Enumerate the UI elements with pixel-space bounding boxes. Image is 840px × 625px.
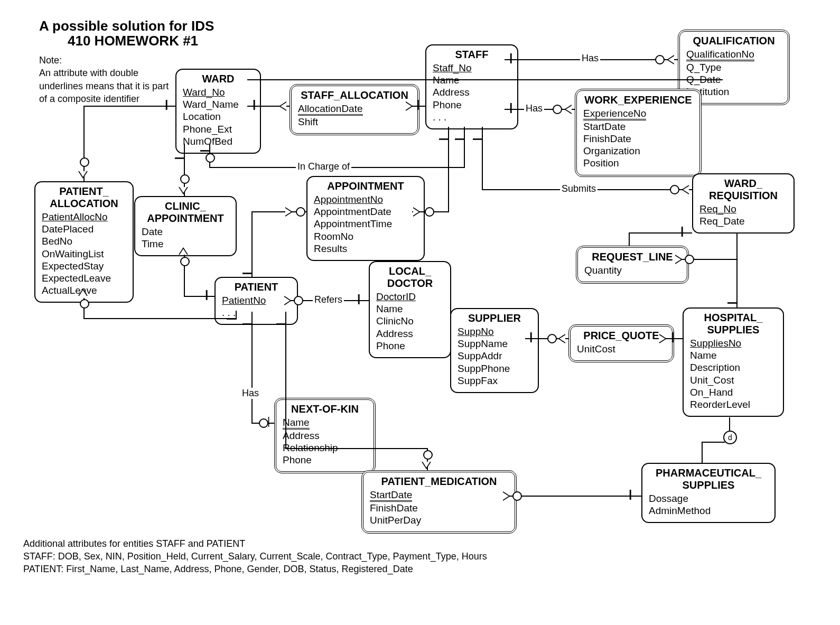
entity-supplier: SUPPLIER SuppNoSuppNameSuppAddrSuppPhone… [450, 308, 539, 393]
attribute: ExpectedLeave [42, 272, 126, 284]
entity-attrs: DoctorIDNameClinicNoAddressPhone [376, 291, 444, 352]
entity-request-line: REQUEST_LINE Quantity [576, 246, 689, 284]
entity-title: PATIENT_MEDICATION [370, 475, 508, 488]
attribute: FinishDate [370, 502, 508, 514]
entity-attrs: SuppliesNoNameDescriptionUnit_CostOn_Han… [690, 337, 777, 411]
card-mark: || [253, 98, 254, 110]
edge-patalloc-patient-h [83, 318, 237, 319]
attribute: PatientAllocNo [42, 211, 126, 223]
edge-staff-appointment [448, 127, 449, 211]
rel-label-has: Has [580, 53, 600, 64]
entity-attrs: Quantity [584, 264, 680, 276]
entity-title: QUALIFICATION [686, 35, 781, 47]
attribute: NumOfBed [183, 135, 254, 147]
attribute: AppointmentDate [314, 206, 417, 218]
attribute: ClinicNo [376, 315, 444, 327]
attribute: AdminMethod [649, 505, 768, 517]
edge-ward-patalloc-h [83, 106, 175, 107]
attribute: SuppAddr [458, 350, 531, 362]
er-diagram-canvas: A possible solution for IDS 410 HOMEWORK… [0, 0, 840, 625]
attribute: Phone_Ext [183, 123, 254, 135]
attribute: StartDate [583, 120, 693, 133]
card-mark: || [242, 272, 254, 273]
attribute: . . . [433, 111, 511, 123]
optional-icon [296, 207, 305, 217]
optional-icon [685, 255, 694, 264]
entity-attrs: UnitCost [577, 343, 666, 355]
card-mark: || [727, 301, 739, 302]
edge-disj-pharm-h [702, 442, 725, 443]
attribute: Results [314, 242, 417, 255]
entity-ward-requisition: WARD_ REQUISITION Req_NoReq_Date [692, 173, 795, 234]
attribute: Ward_Name [183, 98, 254, 110]
entity-attrs: NameAddressRelationshipPhone [283, 416, 367, 466]
optional-icon [512, 491, 522, 501]
entity-local-doctor: LOCAL_ DOCTOR DoctorIDNameClinicNoAddres… [369, 261, 451, 358]
attribute: Address [376, 328, 444, 340]
card-mark: || [416, 98, 417, 110]
attribute: Position [583, 157, 693, 169]
entity-patient-medication: PATIENT_MEDICATION StartDateFinishDateUn… [361, 470, 517, 534]
card-mark: || [174, 156, 186, 157]
rel-label-in-charge: In Charge of [296, 161, 351, 172]
attribute: Description [690, 361, 777, 374]
attribute: Address [433, 86, 511, 98]
attribute: Shift [298, 116, 411, 128]
attribute: Quantity [584, 264, 680, 276]
entity-attrs: PatientNo. . . [222, 294, 291, 319]
crowfoot-icon [675, 255, 683, 264]
attribute: Name [690, 349, 777, 361]
edge-appt-patient-v [251, 211, 253, 277]
attribute: BedNo [42, 235, 126, 247]
card-mark: | [267, 415, 268, 427]
crowfoot-icon [422, 462, 431, 469]
attribute: Dossage [649, 492, 768, 505]
entity-work-experience: WORK_EXPERIENCE ExperienceNoStartDateFin… [575, 89, 702, 177]
attribute: Q_Type [686, 61, 781, 73]
crowfoot-icon [659, 334, 667, 343]
attribute: Req_Date [699, 215, 787, 227]
title-line-2: 410 HOMEWORK #1 [68, 33, 198, 49]
attribute: Phone [283, 454, 367, 466]
entity-title: HOSPITAL_ SUPPLIES [690, 312, 777, 336]
entity-title: APPOINTMENT [314, 180, 417, 192]
entity-attrs: PatientAllocNoDatePlacedBedNoOnWaitingLi… [42, 211, 126, 296]
card-mark: || [529, 331, 530, 343]
entity-attrs: ExperienceNoStartDateFinishDateOrganizat… [583, 107, 693, 170]
entity-next-of-kin: NEXT-OF-KIN NameAddressRelationshipPhone [274, 398, 376, 473]
attribute: UnitPerDay [370, 514, 508, 526]
entity-title: PATIENT [222, 281, 291, 293]
entity-attrs: StartDateFinishDateUnitPerDay [370, 489, 508, 526]
edge-req-line-v1 [629, 232, 630, 246]
card-mark: || [454, 137, 466, 138]
edge-staff-submits-v [482, 127, 483, 190]
entity-attrs: DateTime [142, 226, 229, 250]
footer-line-3: PATIENT: First_Name, Last_Name, Address,… [23, 562, 413, 576]
card-mark: || [357, 293, 358, 305]
card-mark: || [165, 98, 166, 110]
entity-title: WORK_EXPERIENCE [583, 94, 693, 106]
rel-label-refers: Refers [313, 294, 344, 305]
optional-icon [425, 207, 434, 217]
optional-icon [670, 185, 679, 194]
entity-title: WARD_ REQUISITION [699, 178, 787, 202]
attribute: ExpectedStay [42, 260, 126, 272]
card-mark: || [200, 149, 212, 150]
optional-icon [294, 296, 303, 305]
crowfoot-icon [279, 101, 286, 111]
attribute: ExperienceNo [583, 107, 693, 120]
edge-disj-pharm [702, 442, 703, 463]
attribute: DatePlaced [42, 223, 126, 235]
rel-label-has: Has [240, 388, 260, 399]
crowfoot-icon [682, 185, 689, 194]
attribute: SuppName [458, 338, 531, 350]
entity-attrs: DossageAdminMethod [649, 492, 768, 517]
optional-icon [80, 157, 89, 167]
entity-attrs: Staff_NoNameAddressPhone. . . [433, 62, 511, 123]
attribute: AllocationDate [298, 102, 411, 116]
attribute: Unit_Cost [690, 374, 777, 386]
optional-icon [180, 257, 190, 266]
entity-title: STAFF_ALLOCATION [298, 89, 411, 101]
attribute: StartDate [370, 489, 508, 502]
entity-attrs: SuppNoSuppNameSuppAddrSuppPhoneSuppFax [458, 325, 531, 387]
